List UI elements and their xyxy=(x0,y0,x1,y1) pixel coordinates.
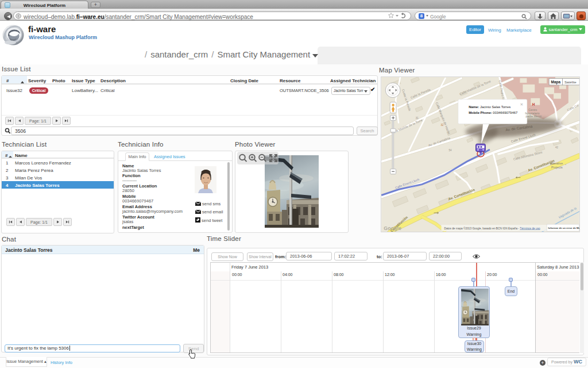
svg-text:Mapa: Mapa xyxy=(551,80,561,85)
svg-text:·: · xyxy=(565,163,566,167)
svg-text:Centro: Centro xyxy=(528,109,537,112)
svg-text:Name: Jacinto Salas Torres: Name: Jacinto Salas Torres xyxy=(469,105,510,109)
svg-text:42: 42 xyxy=(555,146,558,149)
svg-text:Satélite: Satélite xyxy=(564,80,577,84)
svg-text:Projects: Projects xyxy=(551,166,563,169)
svg-text:✕: ✕ xyxy=(520,102,523,106)
svg-text:Datos de mapa ©2013 Google, ba: Datos de mapa ©2013 Google, basado en BC… xyxy=(444,227,540,230)
svg-text:32: 32 xyxy=(441,124,444,126)
svg-text:padre Menni: padre Menni xyxy=(525,115,541,118)
svg-text:31: 31 xyxy=(416,117,419,120)
svg-text:hospitalario: hospitalario xyxy=(525,112,540,115)
svg-text:H: H xyxy=(532,102,535,106)
svg-text:Informar de un error de Maps: Informar de un error de Maps xyxy=(548,227,580,229)
svg-text:54: 54 xyxy=(448,149,451,152)
svg-text:Mobile Phone: 0034669079467: Mobile Phone: 0034669079467 xyxy=(469,111,517,114)
svg-text:Google: Google xyxy=(384,225,401,231)
